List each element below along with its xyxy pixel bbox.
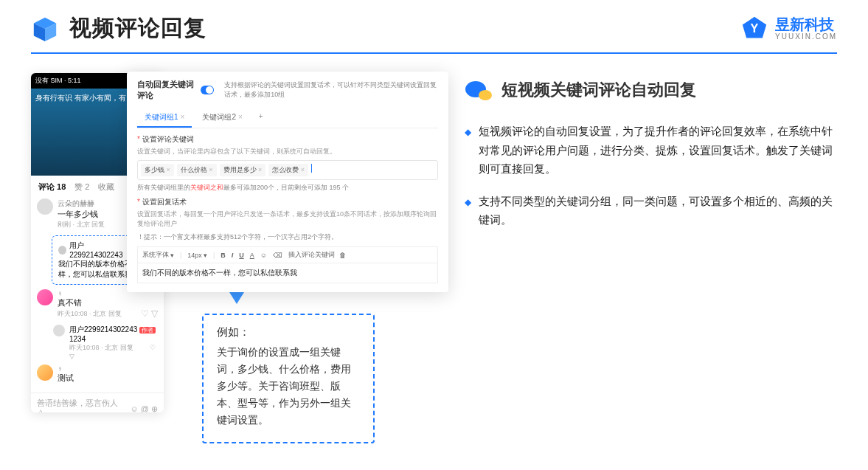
example-heading: 例如： (217, 325, 360, 339)
comment-item: ♀ 真不错 昨天10:08 · 北京 回复♡ ▽ (37, 289, 158, 319)
tab-likes[interactable]: 赞 2 (74, 182, 89, 193)
brand: Y 昱新科技 YUUXIN.COM (741, 15, 837, 42)
keyword-chips-input[interactable]: 多少钱 什么价格 费用是多少 怎么收费 (137, 160, 438, 180)
page-title: 视频评论回复 (69, 13, 206, 44)
keyword-group-tab[interactable]: 关键词组1× (137, 108, 192, 128)
content-right: 短视频关键词评论自动回复 短视频评论的自动回复设置，为了提升作者的评论回复效率，… (465, 72, 837, 426)
brand-name: 昱新科技 (775, 16, 837, 32)
bullet-item: 短视频评论的自动回复设置，为了提升作者的评论回复效率，在系统中针对常见的评论用户… (465, 122, 837, 179)
avatar (58, 246, 66, 255)
comment-meta: 昨天10:08 · 北京 回复 (69, 344, 133, 351)
emoji-icon[interactable]: ☺ (260, 252, 267, 259)
example-callout: 例如： 关于询价的设置成一组关键词，多少钱、什么价格，费用多少等。关于咨询班型、… (202, 314, 375, 443)
panel-subtitle: 支持根据评论的关键词设置回复话术，可以针对不同类型关键词设置回复话术，最多添加1… (224, 80, 438, 100)
hint-text: 所有关键词组里的关键词之和最多可添加200个，目前剩余可添加 195 个 (137, 183, 438, 193)
reply-user: 用户2299214302243 (69, 241, 133, 259)
avatar (37, 198, 53, 215)
config-panel: 自动回复关键词评论 支持根据评论的关键词设置回复话术，可以针对不同类型关键词设置… (127, 72, 448, 292)
reply-text: 1234 (69, 335, 158, 343)
keyword-chip[interactable]: 怎么收费 (268, 164, 308, 176)
author-reply: 用户2299214302243 作者 1234 昨天10:08 · 北京 回复 … (53, 325, 158, 360)
bullet-item: 支持不同类型的关键词分组，同一类问题，可设置多个相近的、高频的关键词。 (465, 192, 837, 229)
comment-meta: 昨天10:08 · 北京 回复 (58, 309, 122, 319)
page-header: 视频评论回复 Y 昱新科技 YUUXIN.COM (0, 0, 868, 44)
keyword-chip[interactable]: 费用是多少 (220, 164, 266, 176)
avatar (37, 364, 53, 381)
insert-keyword-button[interactable]: 插入评论关键词 (288, 250, 335, 260)
font-select[interactable]: 系统字体 ▾ (142, 250, 174, 260)
panel-title: 自动回复关键词评论 (137, 79, 195, 101)
comment-item: ♀ 测试 (37, 364, 158, 384)
keyword-chip[interactable]: 什么价格 (177, 164, 217, 176)
toggle-switch[interactable] (201, 86, 215, 94)
section-heading: 短视频关键词评论自动回复 (501, 79, 696, 103)
avatar (53, 325, 65, 336)
cube-icon (31, 15, 59, 43)
avatar (37, 289, 53, 305)
keyword-group-tab[interactable]: 关键词组2× (195, 108, 249, 128)
svg-point-8 (479, 90, 492, 100)
brand-logo-icon: Y (741, 15, 768, 42)
tab-comments[interactable]: 评论 18 (38, 182, 66, 193)
comment-text: 测试 (58, 373, 158, 384)
reply-user: 用户2299214302243 (69, 325, 137, 334)
author-badge: 作者 (139, 327, 156, 334)
example-body: 关于询价的设置成一组关键词，多少钱、什么价格，费用多少等。关于咨询班型、版本、型… (217, 344, 360, 429)
add-group-button[interactable]: + (253, 108, 269, 128)
field-label: 设置评论关键词 (137, 134, 438, 145)
editor-toolbar: 系统字体 ▾ | 14px ▾ | B I U A ☺ ⌫ 插入评论关键词 🗑 (137, 246, 438, 263)
comment-text: 真不错 (58, 297, 158, 308)
clear-icon[interactable]: ⌫ (273, 252, 282, 259)
field-description: 设置关键词，当评论里内容包含了以下关键词，则系统可自动回复。 (137, 147, 438, 156)
input-icons[interactable]: ☺ @ ⊕ (130, 404, 158, 413)
bold-icon[interactable]: B (221, 252, 226, 259)
italic-icon[interactable]: I (232, 252, 234, 259)
tab-fav[interactable]: 收藏 (98, 182, 114, 193)
like-icon[interactable]: ♡ ▽ (141, 308, 158, 319)
field-label: 设置回复话术 (137, 197, 438, 207)
underline-icon[interactable]: U (239, 252, 244, 259)
keyword-chip[interactable]: 多少钱 (141, 164, 174, 176)
comment-input-bar[interactable]: 善语结善缘，恶言伤人心 ☺ @ ⊕ (31, 393, 164, 412)
hint-text: ！提示：一个富文本框最多支持512个字符，一个汉字占用2个字符。 (137, 232, 438, 242)
size-select[interactable]: 14px ▾ (187, 252, 207, 259)
input-placeholder: 善语结善缘，恶言伤人心 (37, 398, 124, 412)
color-icon[interactable]: A (250, 252, 254, 259)
brand-domain: YUUXIN.COM (775, 32, 837, 41)
commenter-name: ♀ (58, 364, 158, 373)
delete-icon[interactable]: 🗑 (339, 252, 346, 259)
illustration-area: 没有 SIM · 5:11 身有行有识 有家小有闻，有 评论 18 赞 2 收藏… (31, 72, 444, 426)
chat-bubble-icon (465, 79, 493, 103)
field-description: 设置回复话术，每回复一个用户评论只发送一条话术，最多支持设置10条不同话术，按添… (137, 210, 438, 229)
svg-text:Y: Y (751, 21, 759, 35)
reply-editor[interactable]: 我们不同的版本价格不一样，您可以私信联系我 (137, 263, 438, 283)
